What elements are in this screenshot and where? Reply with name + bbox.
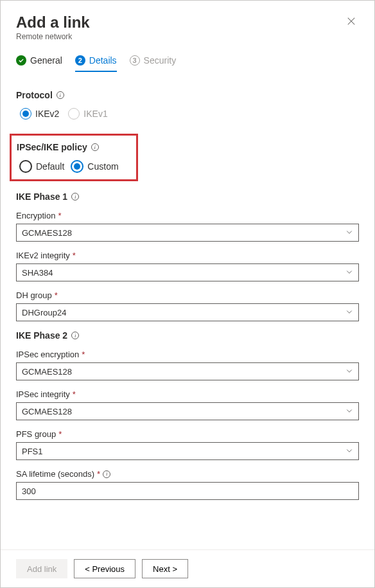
- radio-custom[interactable]: Custom: [71, 160, 118, 173]
- sa-lifetime-value: 300: [22, 486, 36, 496]
- integrity-label: IKEv2 integrity*: [16, 251, 359, 260]
- info-icon[interactable]: i: [91, 143, 99, 151]
- radio-ikev2-label: IKEv2: [35, 109, 59, 119]
- sa-lifetime-label: SA lifetime (seconds)* i: [16, 469, 359, 479]
- info-icon[interactable]: i: [71, 193, 79, 200]
- step-2-badge: 2: [75, 55, 85, 66]
- content-area: Protocol i IKEv2 IKEv1 IPSec/IKE policy …: [1, 72, 374, 549]
- tab-general[interactable]: General: [16, 55, 62, 72]
- dhgroup-select[interactable]: DHGroup24: [16, 303, 359, 321]
- policy-title-text: IPSec/IKE policy: [17, 142, 87, 152]
- info-icon[interactable]: i: [103, 470, 110, 478]
- close-icon: [347, 17, 356, 26]
- dhgroup-label: DH group*: [16, 290, 359, 300]
- next-button[interactable]: Next >: [142, 559, 188, 578]
- required-asterisk: *: [82, 350, 85, 359]
- ipsec-encryption-label: IPSec encryption*: [16, 350, 359, 359]
- ipsec-integrity-value: GCMAES128: [22, 407, 72, 416]
- encryption-select[interactable]: GCMAES128: [16, 224, 359, 242]
- radio-ikev1: IKEv1: [68, 108, 107, 120]
- pfs-group-value: PFS1: [22, 447, 43, 456]
- radio-ikev2[interactable]: IKEv2: [20, 108, 59, 120]
- footer: Add link < Previous Next >: [1, 549, 374, 587]
- pfs-group-label: PFS group*: [16, 429, 359, 439]
- radio-ikev1-label: IKEv1: [83, 109, 107, 119]
- chevron-down-icon: [345, 308, 353, 317]
- chevron-down-icon: [345, 367, 353, 377]
- chevron-down-icon: [345, 447, 353, 456]
- radio-default[interactable]: Default: [19, 160, 64, 173]
- radio-custom-label: Custom: [87, 161, 118, 172]
- tab-general-label: General: [30, 55, 62, 66]
- required-asterisk: *: [58, 211, 61, 220]
- radio-unselected-icon: [68, 108, 80, 120]
- required-asterisk: *: [97, 469, 100, 479]
- ipsec-encryption-select[interactable]: GCMAES128: [16, 362, 359, 380]
- chevron-down-icon: [345, 407, 353, 416]
- required-asterisk: *: [55, 290, 58, 300]
- pfs-group-select[interactable]: PFS1: [16, 442, 359, 460]
- close-button[interactable]: [344, 13, 359, 29]
- encryption-value: GCMAES128: [22, 228, 72, 238]
- tab-details[interactable]: 2 Details: [75, 55, 117, 72]
- add-link-button: Add link: [16, 559, 67, 578]
- protocol-title-text: Protocol: [16, 90, 53, 100]
- phase1-title-text: IKE Phase 1: [16, 192, 67, 202]
- highlighted-policy-section: IPSec/IKE policy i Default Custom: [10, 134, 138, 181]
- panel-title: Add a link: [16, 13, 90, 31]
- protocol-title: Protocol i: [16, 90, 359, 100]
- radio-default-label: Default: [36, 161, 64, 172]
- tab-security-label: Security: [144, 55, 177, 66]
- previous-button[interactable]: < Previous: [74, 559, 135, 578]
- policy-title: IPSec/IKE policy i: [17, 142, 131, 152]
- radio-selected-icon: [20, 108, 31, 120]
- panel-subtitle: Remote network: [16, 32, 90, 41]
- sa-lifetime-input[interactable]: 300: [16, 482, 359, 500]
- required-asterisk: *: [58, 429, 62, 439]
- encryption-label: Encryption*: [16, 211, 359, 220]
- required-asterisk: *: [73, 389, 76, 399]
- tabs: General 2 Details 3 Security: [1, 55, 374, 72]
- integrity-select[interactable]: SHA384: [16, 263, 359, 281]
- radio-selected-icon: [71, 160, 83, 173]
- ipsec-integrity-label: IPSec integrity*: [16, 389, 359, 399]
- ipsec-encryption-value: GCMAES128: [22, 367, 72, 377]
- check-icon: [16, 55, 26, 66]
- info-icon[interactable]: i: [57, 91, 64, 99]
- step-3-badge: 3: [130, 55, 140, 66]
- chevron-down-icon: [345, 268, 353, 278]
- phase1-title: IKE Phase 1 i: [16, 192, 359, 202]
- radio-unselected-icon: [19, 160, 32, 173]
- chevron-down-icon: [345, 228, 353, 238]
- integrity-value: SHA384: [22, 268, 53, 278]
- info-icon[interactable]: i: [71, 332, 79, 339]
- dhgroup-value: DHGroup24: [22, 308, 66, 317]
- phase2-title: IKE Phase 2 i: [16, 330, 359, 341]
- tab-details-label: Details: [89, 55, 117, 66]
- required-asterisk: *: [73, 251, 76, 260]
- ipsec-integrity-select[interactable]: GCMAES128: [16, 402, 359, 420]
- tab-security: 3 Security: [130, 55, 177, 72]
- phase2-title-text: IKE Phase 2: [16, 330, 67, 341]
